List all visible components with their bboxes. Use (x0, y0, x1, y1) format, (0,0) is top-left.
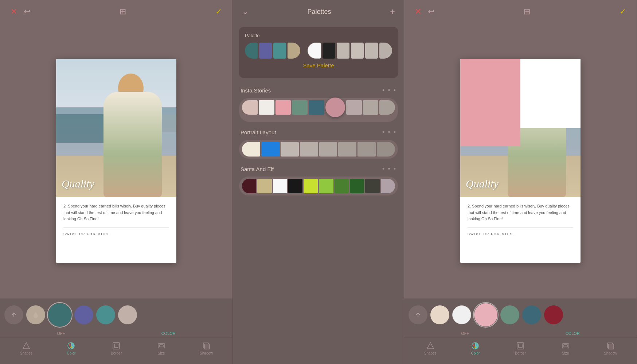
palettes-header: ⌄ Palettes + (233, 0, 404, 23)
right-nav-shadow[interactable]: Shadow (599, 341, 621, 355)
right-layers-icon[interactable]: ⊞ (520, 7, 534, 16)
portrait-swatch-5[interactable] (319, 142, 337, 157)
santa-swatch-6[interactable] (319, 179, 333, 193)
santa-swatch-4[interactable] (288, 179, 302, 193)
insta-swatch-1[interactable] (242, 100, 258, 115)
right-border-label: Border (515, 351, 526, 355)
off-label: OFF (57, 331, 65, 336)
santa-swatch-7[interactable] (335, 179, 349, 193)
insta-swatch-3[interactable] (275, 100, 291, 115)
droplet-swatch[interactable] (26, 305, 45, 324)
palette-swatch-6[interactable] (323, 43, 335, 59)
purple-swatch[interactable] (74, 305, 93, 324)
teal-swatch[interactable] (48, 303, 71, 327)
portrait-swatch-8[interactable] (377, 142, 395, 157)
portrait-layout-dots[interactable]: • • • (382, 128, 396, 136)
right-red-swatch[interactable] (544, 305, 563, 324)
right-off-swatch[interactable] (409, 305, 427, 324)
insta-stories-dots[interactable]: • • • (382, 87, 396, 94)
right-nav-color[interactable]: Color (464, 341, 486, 355)
nav-shadow[interactable]: Shadow (195, 341, 217, 355)
left-canvas: Quality 2. Spend your hard earned bills … (0, 23, 232, 298)
palette-swatch-1[interactable] (245, 43, 258, 59)
right-card-body: 2. Spend your hard earned bills wisely. … (468, 203, 573, 222)
palette-swatch-9[interactable] (365, 43, 378, 59)
insta-swatch-4[interactable] (292, 100, 308, 115)
nav-border[interactable]: Border (105, 341, 127, 355)
right-white-swatch[interactable] (452, 305, 471, 324)
right-border-icon (516, 341, 525, 350)
palette-swatch-5[interactable] (308, 43, 321, 59)
insta-swatch-2[interactable] (259, 100, 274, 115)
palettes-content: Palette Save Palette Insta Stories • • • (233, 23, 404, 364)
insta-swatch-5[interactable] (309, 100, 324, 115)
left-header: ✕ ↩ ⊞ ✓ (0, 0, 232, 23)
palette-swatch-8[interactable] (351, 43, 364, 59)
nav-size[interactable]: Size (151, 341, 172, 355)
palette-swatch-3[interactable] (273, 43, 286, 59)
add-palette-button[interactable]: + (390, 7, 395, 16)
svg-rect-18 (562, 344, 569, 348)
close-icon[interactable]: ✕ (7, 7, 20, 16)
right-teal-swatch[interactable] (522, 305, 541, 324)
right-color-nav-label: Color (471, 351, 480, 355)
right-nav-shapes[interactable]: Shapes (419, 341, 441, 355)
portrait-layout-header: Portrait Layout • • • (239, 125, 398, 140)
palette-swatch-4[interactable] (288, 43, 300, 59)
confirm-icon[interactable]: ✓ (212, 7, 225, 16)
santa-swatch-1[interactable] (242, 179, 256, 193)
santa-swatch-2[interactable] (257, 179, 271, 193)
right-size-label: Size (562, 351, 569, 355)
save-palette-button[interactable]: Save Palette (245, 59, 392, 72)
palette-swatch-2[interactable] (259, 43, 272, 59)
insta-swatch-selected[interactable] (325, 98, 345, 117)
insta-swatch-7[interactable] (363, 100, 379, 115)
beach-photo (56, 59, 176, 197)
left-swatches-row (0, 298, 232, 331)
right-green-swatch[interactable] (500, 305, 519, 324)
nav-shapes[interactable]: Shapes (15, 341, 37, 355)
portrait-swatch-2[interactable] (261, 142, 280, 157)
portrait-swatch-1[interactable] (242, 142, 260, 157)
palette-swatch-7[interactable] (337, 43, 349, 59)
layers-icon[interactable]: ⊞ (116, 7, 129, 16)
santa-swatch-10[interactable] (381, 179, 395, 193)
santa-elf-dots[interactable]: • • • (382, 165, 396, 173)
color-icon (67, 341, 75, 350)
nav-color[interactable]: Color (60, 341, 82, 355)
right-close-icon[interactable]: ✕ (411, 7, 425, 16)
pink-active-swatch[interactable] (474, 303, 497, 327)
portrait-swatch-4[interactable] (300, 142, 318, 157)
right-color-icon (471, 341, 480, 350)
left-labels: OFF COLOR (0, 331, 232, 336)
right-color-label: COLOR (566, 331, 580, 336)
left-toolbar: OFF COLOR Shapes Color Border (0, 298, 232, 364)
santa-swatch-5[interactable] (304, 179, 318, 193)
portrait-swatch-3[interactable] (281, 142, 299, 157)
santa-swatch-9[interactable] (365, 179, 379, 193)
right-card-image: Quality (460, 59, 581, 197)
right-nav-size[interactable]: Size (555, 341, 577, 355)
beige-swatch[interactable] (430, 305, 449, 324)
off-swatch[interactable] (4, 305, 23, 324)
right-off-label: OFF (461, 331, 469, 336)
svg-point-3 (72, 344, 73, 346)
teal2-swatch[interactable] (96, 305, 115, 324)
santa-swatch-3[interactable] (273, 179, 287, 193)
insta-swatch-6[interactable] (346, 100, 362, 115)
palette-swatch-10[interactable] (379, 43, 392, 59)
right-confirm-icon[interactable]: ✓ (616, 7, 629, 16)
portrait-swatch-6[interactable] (338, 142, 356, 157)
insta-swatch-8[interactable] (379, 100, 395, 115)
undo-icon[interactable]: ↩ (20, 7, 34, 16)
right-shapes-icon (426, 341, 435, 350)
left-card: Quality 2. Spend your hard earned bills … (56, 59, 176, 263)
left-card-text: 2. Spend your hard earned bills wisely. … (56, 197, 176, 242)
santa-swatch-8[interactable] (350, 179, 364, 193)
gray-swatch[interactable] (118, 305, 137, 324)
right-undo-icon[interactable]: ↩ (425, 7, 438, 16)
svg-rect-8 (160, 345, 163, 347)
portrait-swatch-7[interactable] (357, 142, 376, 157)
palettes-chevron[interactable]: ⌄ (242, 7, 249, 16)
right-nav-border[interactable]: Border (509, 341, 531, 355)
